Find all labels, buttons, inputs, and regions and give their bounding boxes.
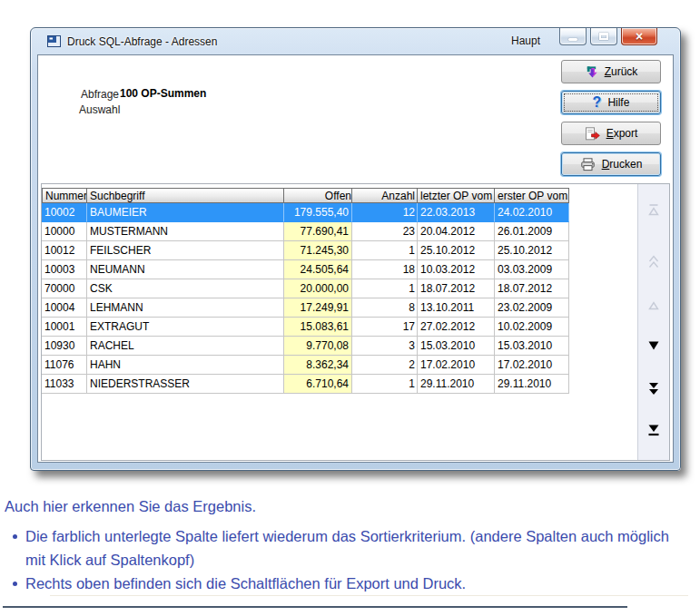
hilfe-button[interactable]: ? Hilfe: [561, 91, 661, 114]
column-header-nummer[interactable]: Nummer: [42, 188, 87, 203]
maximize-button[interactable]: [590, 28, 617, 45]
drucken-label: Drucken: [602, 158, 643, 171]
export-button[interactable]: Export: [561, 122, 661, 145]
table-cell: 20.000,00: [284, 279, 352, 298]
window-title: Druck SQL-Abfrage - Adressen: [67, 35, 217, 48]
table-cell: 17: [352, 318, 418, 337]
notes-section: Auch hier erkennen Sie das Ergebnis. Die…: [5, 496, 688, 595]
table-row[interactable]: 10003NEUMANN24.505,641810.03.201203.03.2…: [42, 260, 569, 279]
auswahl-label: Auswahl: [79, 103, 120, 116]
scroll-bottom-icon: [647, 424, 660, 436]
table-cell: 15.03.2010: [418, 337, 495, 356]
haupt-label: Haupt: [511, 34, 540, 47]
table-row[interactable]: 11076HAHN8.362,34217.02.201017.02.2010: [42, 356, 569, 375]
close-button[interactable]: ×: [621, 28, 657, 45]
bullet-text: Rechts oben befinden sich die Schaltfläc…: [25, 572, 686, 595]
column-header-letzter-op-vom[interactable]: letzter OP vom: [418, 188, 495, 203]
drucken-button[interactable]: Drucken: [561, 152, 661, 176]
table-cell: 8.362,34: [284, 356, 352, 375]
column-header-suchbegriff[interactable]: Suchbegriff: [87, 188, 284, 203]
table-cell: 1: [352, 241, 418, 260]
zurueck-button[interactable]: Zurück: [561, 60, 661, 83]
table-row[interactable]: 11033NIEDERSTRASSER6.710,64129.11.201029…: [42, 375, 569, 394]
table-cell: 23.02.2009: [495, 298, 569, 318]
table-cell: 15.083,61: [284, 318, 352, 337]
table-cell: 10012: [42, 241, 87, 260]
window-content: Abfrage 100 OP-Summen Auswahl Zurück ? H…: [37, 54, 674, 463]
scroll-page-down-button[interactable]: [638, 381, 669, 396]
table-cell: 29.11.2010: [495, 375, 569, 394]
table-cell: 29.11.2010: [418, 375, 495, 394]
maximize-icon: [599, 33, 608, 40]
exit-icon: [585, 65, 598, 79]
notes-intro: Auch hier erkennen Sie das Ergebnis.: [5, 496, 688, 516]
table-cell: HAHN: [87, 356, 284, 375]
scroll-down-button[interactable]: [638, 338, 669, 353]
column-header-offen[interactable]: Offen: [284, 188, 352, 203]
scroll-page-up-button: [638, 254, 669, 269]
table-cell: 18.07.2012: [418, 279, 495, 298]
table-cell: 3: [352, 337, 418, 356]
table-cell: 10004: [42, 298, 87, 318]
export-label: Export: [606, 127, 638, 140]
column-header-erster-op-vom[interactable]: erster OP vom: [495, 188, 569, 203]
table-cell: 11076: [42, 356, 87, 375]
table-cell: LEHMANN: [87, 298, 284, 318]
table-cell: 11033: [42, 375, 87, 394]
scroll-top-icon: [647, 203, 660, 217]
table-row[interactable]: 10930RACHEL9.770,08315.03.201015.03.2010: [42, 337, 569, 356]
scroll-bottom-button[interactable]: [638, 423, 669, 437]
table-cell: 18.07.2012: [495, 279, 569, 298]
list-item: Die farblich unterlegte Spalte liefert w…: [5, 524, 688, 572]
table-cell: 20.04.2012: [418, 222, 495, 241]
scroll-top-button: [638, 202, 669, 217]
table-cell: 03.03.2009: [495, 260, 569, 279]
close-icon: ×: [636, 30, 643, 43]
table-cell: 25.10.2012: [418, 241, 495, 260]
table-cell: 10930: [42, 337, 87, 356]
result-list-panel: NummerSuchbegriffOffenAnzahlletzter OP v…: [41, 183, 670, 461]
table-cell: 17.249,91: [284, 298, 352, 318]
table-cell: 1: [352, 375, 418, 394]
table-cell: 10002: [42, 203, 87, 222]
table-cell: NIEDERSTRASSER: [87, 375, 284, 394]
table-cell: 17.02.2010: [495, 356, 569, 375]
window-controls: ×: [559, 28, 657, 45]
scroll-page-down-icon: [647, 382, 660, 396]
result-table: NummerSuchbegriffOffenAnzahlletzter OP v…: [42, 188, 569, 394]
table-cell: 25.10.2012: [495, 241, 569, 260]
table-cell: CSK: [87, 279, 284, 298]
scroll-up-icon: [647, 298, 660, 311]
table-cell: 2: [352, 356, 418, 375]
table-row[interactable]: 10004LEHMANN17.249,91813.10.201123.02.20…: [42, 298, 569, 318]
title-bar[interactable]: Druck SQL-Abfrage - Adressen Haupt ×: [37, 28, 674, 54]
minimize-button[interactable]: [559, 28, 587, 45]
help-icon: ?: [593, 95, 602, 110]
table-row[interactable]: 70000CSK20.000,00118.07.201218.07.2012: [42, 279, 569, 298]
table-body: 10002BAUMEIER179.555,401222.03.201324.02…: [42, 203, 569, 394]
record-nav-strip: [637, 184, 669, 460]
table-cell: 22.03.2013: [418, 203, 495, 222]
table-cell: 13.10.2011: [418, 298, 495, 318]
table-cell: 77.690,41: [284, 222, 352, 241]
divider-light: [50, 595, 688, 596]
table-cell: FEILSCHER: [87, 241, 284, 260]
abfrage-value: 100 OP-Summen: [120, 87, 206, 100]
abfrage-label: Abfrage: [81, 88, 119, 101]
table-cell: 12: [352, 203, 418, 222]
table-row[interactable]: 10002BAUMEIER179.555,401222.03.201324.02…: [42, 203, 569, 222]
table-cell: 9.770,08: [284, 337, 352, 356]
zurueck-label: Zurück: [605, 65, 638, 78]
table-cell: 179.555,40: [284, 203, 352, 222]
table-row[interactable]: 10000MUSTERMANN77.690,412320.04.201226.0…: [42, 222, 569, 241]
table-cell: 10000: [42, 222, 87, 241]
bullet-text: Die farblich unterlegte Spalte liefert w…: [25, 524, 686, 572]
table-row[interactable]: 10001EXTRAGUT15.083,611727.02.201210.02.…: [42, 318, 569, 337]
minimize-icon: [568, 38, 577, 41]
table-cell: 26.01.2009: [495, 222, 569, 241]
column-header-anzahl[interactable]: Anzahl: [352, 188, 418, 203]
table-cell: 10001: [42, 318, 87, 337]
table-row[interactable]: 10012FEILSCHER71.245,30125.10.201225.10.…: [42, 241, 569, 260]
table-cell: 15.03.2010: [495, 337, 569, 356]
scroll-down-icon: [647, 340, 660, 351]
